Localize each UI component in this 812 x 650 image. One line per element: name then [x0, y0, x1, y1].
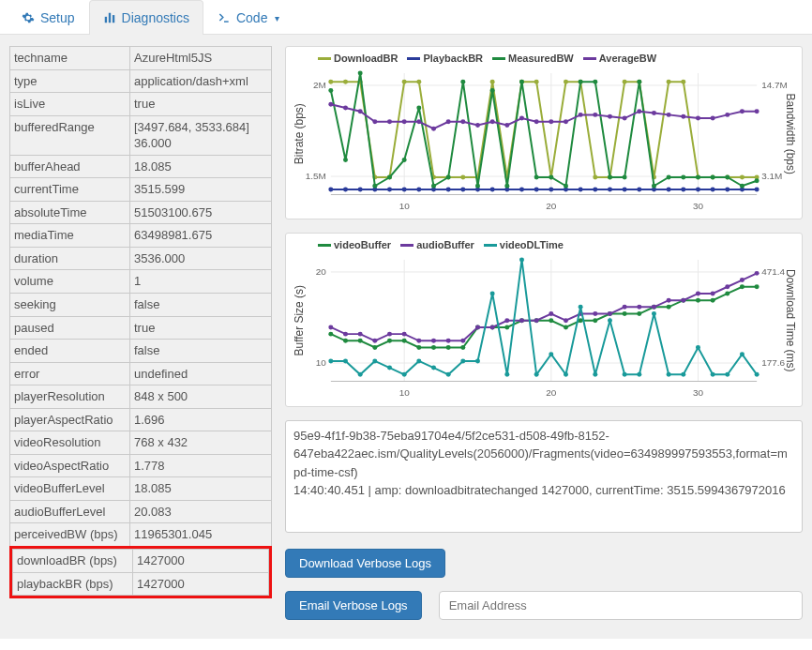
property-value: true [130, 316, 272, 340]
svg-text:177.6: 177.6 [761, 357, 785, 368]
svg-point-84 [416, 105, 421, 110]
svg-point-106 [740, 184, 744, 189]
svg-point-116 [446, 119, 451, 124]
tab-label: Setup [40, 10, 75, 25]
svg-rect-1 [108, 13, 110, 23]
download-logs-button[interactable]: Download Verbose Logs [285, 549, 445, 578]
table-row: playbackBR (bps)1427000 [13, 572, 269, 596]
svg-text:471.4: 471.4 [761, 266, 785, 277]
svg-point-32 [534, 80, 539, 84]
svg-point-23 [402, 80, 407, 84]
property-key: techname [10, 47, 130, 70]
svg-point-216 [372, 359, 377, 364]
svg-point-103 [696, 175, 700, 180]
svg-point-202 [608, 311, 612, 316]
property-key: playerResolution [10, 385, 130, 409]
email-logs-button[interactable]: Email Verbose Logs [285, 591, 422, 620]
legend-label: videoDLTime [500, 239, 564, 250]
legend-label: MeasuredBW [508, 53, 574, 64]
chevron-down-icon: ▾ [275, 13, 279, 23]
svg-point-99 [637, 80, 641, 84]
svg-point-97 [608, 175, 612, 180]
svg-point-87 [460, 80, 465, 84]
svg-point-95 [579, 80, 583, 84]
svg-point-182 [755, 285, 759, 290]
svg-point-115 [431, 127, 436, 131]
property-value: 63498981.675 [130, 224, 272, 248]
property-value: 1427000 [133, 550, 269, 573]
tab-label: Code [236, 10, 267, 25]
svg-point-180 [725, 292, 729, 296]
tab-code[interactable]: Code ▾ [203, 0, 293, 35]
svg-point-126 [593, 113, 597, 117]
table-row: videoResolution768 x 432 [10, 431, 272, 455]
svg-point-205 [652, 305, 656, 310]
svg-point-222 [460, 359, 465, 364]
svg-point-174 [637, 311, 641, 316]
svg-point-63 [549, 187, 553, 191]
svg-point-231 [593, 372, 597, 377]
svg-point-229 [564, 372, 568, 377]
svg-point-69 [637, 187, 641, 191]
svg-point-53 [402, 187, 407, 191]
svg-point-226 [519, 258, 524, 263]
property-key: volume [10, 270, 130, 294]
property-key: playbackBR (bps) [13, 572, 133, 596]
svg-rect-0 [104, 17, 106, 23]
svg-point-66 [593, 187, 597, 191]
svg-point-49 [343, 187, 348, 191]
tab-diagnostics[interactable]: Diagnostics [89, 0, 203, 35]
svg-point-230 [579, 305, 583, 310]
svg-point-75 [725, 187, 729, 191]
svg-point-79 [343, 158, 348, 162]
property-value: false [130, 294, 272, 317]
svg-point-213 [328, 359, 333, 364]
svg-text:10: 10 [399, 388, 411, 399]
svg-point-68 [623, 187, 627, 191]
svg-point-100 [652, 184, 656, 189]
svg-point-154 [343, 339, 348, 343]
svg-point-78 [328, 88, 333, 93]
svg-point-130 [652, 111, 656, 115]
svg-point-204 [637, 305, 641, 310]
svg-point-72 [681, 187, 685, 191]
table-row: pausedtrue [10, 316, 272, 340]
property-value: 1 [130, 270, 272, 294]
log-output[interactable] [285, 420, 803, 533]
table-row: audioBufferLevel20.083 [10, 500, 272, 523]
svg-point-102 [681, 175, 685, 180]
property-key: duration [10, 247, 130, 270]
property-value: 18.085 [130, 477, 272, 501]
svg-point-223 [475, 359, 480, 364]
svg-text:30: 30 [693, 201, 704, 211]
tab-bar: Setup Diagnostics Code ▾ [0, 0, 812, 35]
tab-setup[interactable]: Setup [8, 0, 89, 35]
property-value: undefined [130, 362, 272, 385]
svg-point-214 [343, 359, 348, 364]
svg-point-42 [681, 80, 685, 84]
property-value: false [130, 340, 272, 363]
svg-point-192 [460, 339, 465, 343]
svg-point-98 [623, 175, 627, 180]
svg-point-77 [755, 187, 759, 191]
svg-point-119 [490, 119, 495, 124]
svg-point-209 [711, 292, 715, 296]
svg-point-52 [387, 187, 392, 191]
svg-point-197 [534, 319, 539, 324]
svg-point-129 [637, 109, 641, 113]
svg-point-92 [534, 175, 539, 180]
email-field[interactable] [439, 591, 803, 620]
svg-point-27 [460, 175, 465, 180]
property-key: downloadBR (bps) [13, 550, 133, 573]
svg-point-189 [416, 339, 421, 343]
svg-point-117 [460, 119, 465, 124]
property-key: audioBufferLevel [10, 500, 130, 523]
svg-point-198 [549, 311, 553, 316]
legend-label: PlaybackBR [423, 53, 483, 64]
svg-point-211 [740, 278, 744, 282]
svg-text:Bitrate (bps): Bitrate (bps) [293, 103, 306, 164]
svg-point-54 [416, 187, 421, 191]
legend-label: videoBuffer [334, 239, 391, 250]
property-key: paused [10, 316, 130, 340]
table-row: perceivedBW (bps)11965301.045 [10, 523, 272, 547]
